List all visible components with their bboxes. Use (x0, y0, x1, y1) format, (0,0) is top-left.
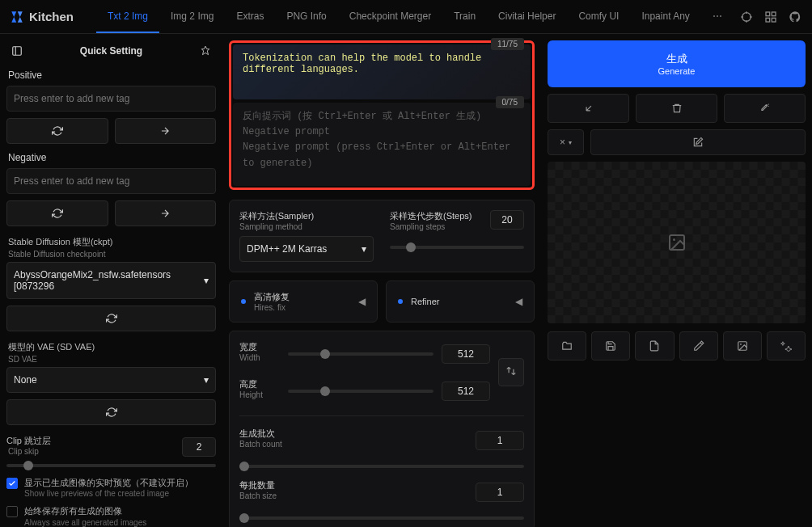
app-header: Kitchen Txt 2 Img Img 2 Img Extras PNG I… (0, 0, 812, 34)
negative-prompt-box[interactable]: 0/75 反向提示词 (按 Ctrl+Enter 或 Alt+Enter 生成)… (233, 103, 531, 186)
model-value: AbyssOrangeMix2_nsfw.safetensors [087329… (14, 269, 204, 292)
chevron-left-icon: ◀ (515, 296, 522, 307)
check-icon (8, 479, 16, 487)
header-actions (740, 11, 812, 23)
sampler-value: DPM++ 2M Karras (247, 243, 327, 255)
height-slider[interactable] (288, 390, 433, 393)
main-layout: Quick Setting Positive Negative Stable D… (0, 34, 812, 527)
svg-rect-4 (772, 18, 776, 22)
model-refresh-button[interactable] (6, 306, 216, 331)
batch-size-slider[interactable] (239, 516, 524, 520)
arrow-right-icon (159, 125, 171, 137)
dimensions-panel: 宽度 Width 512 高度 Height 512 (229, 331, 535, 527)
model-select[interactable]: AbyssOrangeMix2_nsfw.safetensors [087329… (6, 262, 216, 299)
hires-collapse[interactable]: 高清修复 Hires. fix ◀ (229, 280, 378, 323)
magic-button[interactable] (724, 94, 806, 123)
vae-label: 模型的 VAE (SD VAE) (8, 341, 216, 353)
batch-count-slider[interactable] (239, 465, 524, 468)
preview-check-sublabel: Show live previews of the created image (24, 488, 193, 499)
preview-area (548, 162, 806, 323)
width-slider[interactable] (288, 352, 433, 356)
height-value[interactable]: 512 (442, 382, 490, 401)
tab-txt2img[interactable]: Txt 2 Img (96, 1, 159, 33)
file-button[interactable] (635, 331, 674, 360)
batch-size-label: 每批数量 (239, 479, 467, 491)
tab-checkpoint[interactable]: Checkpoint Merger (338, 1, 442, 33)
refresh-icon (106, 407, 117, 418)
neg-line3: Negative prompt (press Ctrl+Enter or Alt… (243, 140, 521, 171)
prompt-token-count: 11/75 (491, 38, 524, 50)
model-label: Stable Diffusion 模型(ckpt) (8, 236, 216, 248)
folder-button[interactable] (548, 331, 586, 360)
image-tool-button[interactable] (723, 331, 762, 360)
tab-pnginfo[interactable]: PNG Info (275, 1, 337, 33)
vae-select[interactable]: None▾ (6, 367, 216, 393)
negative-tag-input[interactable] (6, 168, 216, 194)
tab-civitai[interactable]: Civitai Helper (487, 1, 567, 33)
height-sublabel: Height (239, 390, 280, 399)
refiner-label: Refiner (411, 297, 507, 306)
crosshair-icon[interactable] (740, 11, 753, 23)
save-check-label: 始终保存所有生成的图像 (24, 505, 146, 516)
sampler-select[interactable]: DPM++ 2M Karras▾ (239, 236, 374, 262)
batch-count-sublabel: Batch count (239, 440, 467, 449)
tab-inpaint[interactable]: Inpaint Any (630, 1, 700, 33)
grid-icon[interactable] (764, 11, 777, 23)
tab-img2img[interactable]: Img 2 Img (159, 1, 225, 33)
positive-tag-input[interactable] (6, 86, 216, 112)
dot-icon (241, 299, 246, 304)
eyedropper-icon (693, 340, 704, 352)
github-icon[interactable] (789, 11, 801, 23)
tab-more[interactable]: ⋯ (701, 1, 734, 33)
positive-refresh-button[interactable] (6, 118, 108, 144)
pin-icon[interactable] (200, 45, 211, 57)
clip-slider[interactable] (6, 464, 216, 467)
sidebar: Quick Setting Positive Negative Stable D… (0, 34, 222, 527)
negative-apply-button[interactable] (115, 200, 217, 226)
refiner-collapse[interactable]: Refiner ◀ (386, 280, 535, 323)
height-label: 高度 (239, 378, 280, 390)
panel-icon[interactable] (11, 45, 23, 57)
sampler-label: 采样方法(Sampler) (239, 210, 374, 222)
refresh-icon (52, 125, 63, 137)
chevron-down-icon: ▾ (204, 374, 209, 386)
edit-icon (692, 137, 704, 148)
chevron-down-icon: ▾ (362, 243, 366, 255)
effects-button[interactable] (767, 331, 806, 360)
tab-extras[interactable]: Extras (225, 1, 275, 33)
svg-point-11 (740, 344, 742, 345)
width-value[interactable]: 512 (442, 344, 490, 364)
delete-button[interactable] (636, 94, 717, 123)
negative-refresh-button[interactable] (6, 200, 108, 226)
picker-button[interactable] (679, 331, 718, 360)
steps-slider[interactable] (390, 246, 524, 249)
save-check-sublabel: Always save all generated images (24, 517, 146, 527)
refresh-icon (106, 313, 117, 324)
positive-apply-button[interactable] (115, 118, 217, 144)
generate-label: 生成 (559, 52, 794, 66)
batch-count-value[interactable]: 1 (476, 431, 524, 450)
chevron-down-icon: ▾ (569, 139, 572, 146)
save-button[interactable] (591, 331, 630, 360)
generate-button[interactable]: 生成 Generate (548, 40, 806, 87)
swap-dims-button[interactable] (498, 358, 524, 386)
sidebar-title: Quick Setting (23, 45, 200, 57)
steps-value[interactable]: 20 (490, 210, 524, 230)
edit-button[interactable] (590, 129, 806, 155)
svg-rect-6 (13, 47, 22, 56)
preview-checkbox[interactable] (6, 478, 18, 489)
tab-train[interactable]: Train (442, 1, 487, 33)
x-pill[interactable]: ×▾ (548, 129, 584, 155)
prompt-box[interactable]: 11/75 Tokenization can help the model to… (233, 44, 531, 99)
width-label: 宽度 (239, 341, 280, 353)
clip-value[interactable]: 2 (182, 437, 216, 457)
tab-comfy[interactable]: Comfy UI (567, 1, 630, 33)
save-checkbox[interactable] (6, 506, 18, 517)
preview-check-label: 显示已生成图像的实时预览（不建议开启） (24, 477, 193, 488)
batch-size-value[interactable]: 1 (476, 483, 524, 502)
collapse-button[interactable] (548, 94, 629, 123)
vae-sublabel: SD VAE (8, 355, 216, 364)
svg-rect-2 (772, 12, 776, 16)
vae-refresh-button[interactable] (6, 399, 216, 425)
sampler-sublabel: Sampling method (239, 222, 374, 231)
